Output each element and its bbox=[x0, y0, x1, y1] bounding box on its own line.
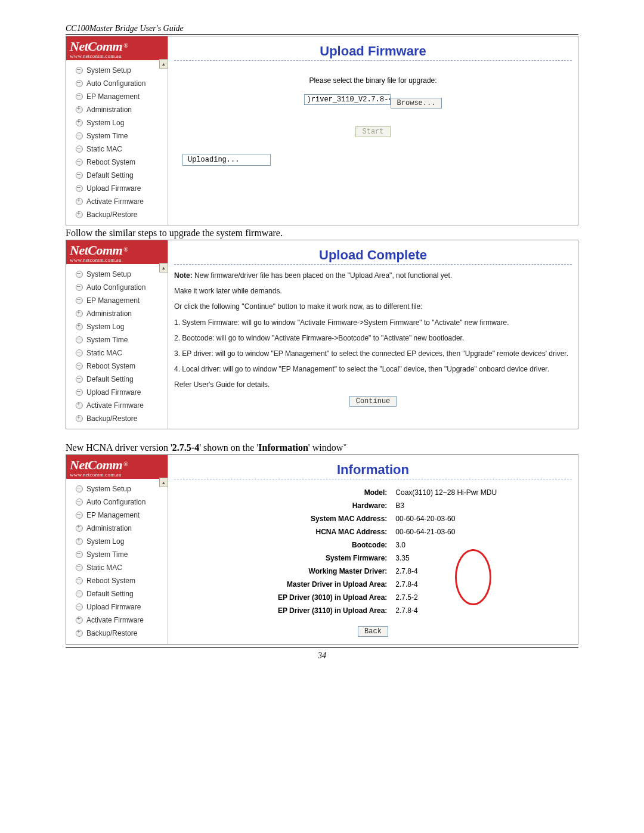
sidebar-item-label: Activate Firmware bbox=[86, 197, 144, 206]
note-text: 4. Local driver: will go to window "EP M… bbox=[174, 364, 572, 374]
table-row: Bootcode:3.0 bbox=[219, 539, 527, 551]
sidebar-item[interactable]: Default Setting bbox=[66, 587, 168, 600]
sidebar-item[interactable]: Upload Firmware bbox=[66, 182, 168, 195]
plus-icon bbox=[76, 630, 83, 637]
sidebar-item[interactable]: Auto Configuration bbox=[66, 281, 168, 294]
sidebar-item-label: Backup/Restore bbox=[86, 210, 137, 219]
info-key: System Firmware: bbox=[219, 552, 391, 564]
info-value: 3.35 bbox=[392, 552, 527, 564]
browse-button[interactable]: Browse... bbox=[391, 98, 442, 109]
sidebar-item[interactable]: Static MAC bbox=[66, 561, 168, 574]
sidebar-item[interactable]: Activate Firmware bbox=[66, 195, 168, 208]
table-row: EP Driver (3010) in Upload Area:2.7.5-2 bbox=[219, 592, 527, 603]
sidebar-item[interactable]: Upload Firmware bbox=[66, 386, 168, 399]
sidebar-item[interactable]: Default Setting bbox=[66, 169, 168, 182]
sidebar-item-label: System Time bbox=[86, 550, 128, 559]
sidebar-item[interactable]: EP Management bbox=[66, 509, 168, 522]
info-value: 3.0 bbox=[392, 539, 527, 551]
minus-icon bbox=[76, 67, 83, 74]
sidebar-item-label: Reboot System bbox=[86, 577, 135, 585]
brand-logo: NetComm® www.netcomm.com.au bbox=[66, 455, 168, 479]
sidebar-item[interactable]: EP Management bbox=[66, 294, 168, 307]
continue-button[interactable]: Continue bbox=[349, 396, 397, 407]
minus-icon bbox=[76, 80, 83, 87]
sidebar-item-label: Activate Firmware bbox=[86, 401, 144, 410]
sidebar-item[interactable]: System Time bbox=[66, 548, 168, 561]
sidebar-item[interactable]: Activate Firmware bbox=[66, 399, 168, 412]
sidebar-item[interactable]: Activate Firmware bbox=[66, 614, 168, 627]
sidebar-item-label: EP Management bbox=[86, 92, 140, 101]
info-key: Hardware: bbox=[219, 500, 391, 512]
sidebar-item[interactable]: Administration bbox=[66, 307, 168, 320]
scroll-up-icon[interactable]: ▴ bbox=[159, 478, 168, 487]
back-button[interactable]: Back bbox=[358, 626, 388, 637]
sidebar-item[interactable]: System Setup bbox=[66, 64, 168, 77]
file-path-input[interactable]: )river_3110_V2.7.8-4_3 bbox=[304, 94, 391, 105]
panel-information: NetComm® www.netcomm.com.au ▴ System Set… bbox=[66, 454, 578, 645]
info-key: HCNA MAC Address: bbox=[219, 526, 391, 538]
minus-icon bbox=[76, 590, 83, 597]
sidebar-item-label: Auto Configuration bbox=[86, 283, 145, 292]
plus-icon bbox=[76, 323, 83, 330]
sidebar-item[interactable]: Administration bbox=[66, 103, 168, 116]
note-text: Or click the following "Continue" button… bbox=[174, 302, 572, 311]
info-value: 2.7.8-4 bbox=[392, 578, 527, 590]
sidebar-item-label: Static MAC bbox=[86, 145, 122, 153]
note-text: Refer User's Guide for details. bbox=[174, 380, 572, 389]
minus-icon bbox=[76, 284, 83, 291]
info-key: Bootcode: bbox=[219, 539, 391, 551]
sidebar-item[interactable]: System Time bbox=[66, 129, 168, 143]
sidebar-item-label: System Log bbox=[86, 323, 124, 331]
sidebar-item-label: Upload Firmware bbox=[86, 184, 141, 193]
sidebar-item[interactable]: System Log bbox=[66, 535, 168, 548]
sidebar-item[interactable]: Administration bbox=[66, 522, 168, 535]
info-value: B3 bbox=[392, 500, 527, 512]
sidebar-item[interactable]: System Setup bbox=[66, 482, 168, 496]
table-row: Working Master Driver:2.7.8-4 bbox=[219, 565, 527, 577]
sidebar-item[interactable]: System Time bbox=[66, 333, 168, 346]
sidebar-item[interactable]: Static MAC bbox=[66, 346, 168, 360]
minus-icon bbox=[76, 551, 83, 558]
brand-logo: NetComm® www.netcomm.com.au bbox=[66, 240, 168, 264]
sidebar-item-label: Auto Configuration bbox=[86, 79, 145, 88]
page-title: Upload Firmware bbox=[174, 44, 572, 59]
sidebar-item[interactable]: System Log bbox=[66, 320, 168, 333]
sidebar-item-label: System Log bbox=[86, 119, 124, 127]
sidebar-item[interactable]: Auto Configuration bbox=[66, 496, 168, 509]
sidebar-item[interactable]: Auto Configuration bbox=[66, 77, 168, 90]
table-row: System MAC Address:00-60-64-20-03-60 bbox=[219, 513, 527, 525]
plus-icon bbox=[76, 402, 83, 409]
info-key: EP Driver (3110) in Upload Area: bbox=[219, 605, 391, 617]
minus-icon bbox=[76, 93, 83, 100]
caption-2: New HCNA driver version '2.7.5-4' shown … bbox=[66, 442, 578, 453]
sidebar-item[interactable]: Default Setting bbox=[66, 373, 168, 386]
sidebar-item[interactable]: EP Management bbox=[66, 90, 168, 103]
sidebar-item[interactable]: Backup/Restore bbox=[66, 412, 168, 425]
scroll-up-icon[interactable]: ▴ bbox=[159, 59, 168, 69]
sidebar-item[interactable]: Reboot System bbox=[66, 360, 168, 373]
sidebar-item-label: Upload Firmware bbox=[86, 388, 141, 397]
info-value: 2.7.8-4 bbox=[392, 605, 527, 617]
page-title: Upload Complete bbox=[174, 247, 572, 263]
doc-header: CC100Master Bridge User's Guide bbox=[66, 24, 578, 35]
minus-icon bbox=[76, 349, 83, 357]
sidebar-item[interactable]: Backup/Restore bbox=[66, 627, 168, 640]
scroll-up-icon[interactable]: ▴ bbox=[159, 263, 168, 272]
sidebar-item[interactable]: Reboot System bbox=[66, 156, 168, 169]
sidebar-item[interactable]: System Log bbox=[66, 116, 168, 129]
sidebar-item-label: Activate Firmware bbox=[86, 616, 144, 624]
note-label: Note: bbox=[174, 271, 193, 280]
sidebar-item[interactable]: Upload Firmware bbox=[66, 600, 168, 614]
panel-upload-complete: NetComm® www.netcomm.com.au ▴ System Set… bbox=[66, 240, 578, 429]
table-row: HCNA MAC Address:00-60-64-21-03-60 bbox=[219, 526, 527, 538]
sidebar-item[interactable]: System Setup bbox=[66, 268, 168, 281]
sidebar-item-label: Reboot System bbox=[86, 158, 135, 166]
sidebar-item[interactable]: Reboot System bbox=[66, 574, 168, 587]
panel-upload-firmware: NetComm® www.netcomm.com.au ▴ System Set… bbox=[66, 36, 578, 225]
info-value: 2.7.5-2 bbox=[392, 592, 527, 603]
sidebar-item[interactable]: Static MAC bbox=[66, 143, 168, 156]
sidebar-item[interactable]: Backup/Restore bbox=[66, 208, 168, 221]
sidebar-item-label: Default Setting bbox=[86, 171, 134, 179]
plus-icon bbox=[76, 106, 83, 113]
start-button[interactable]: Start bbox=[355, 126, 390, 137]
